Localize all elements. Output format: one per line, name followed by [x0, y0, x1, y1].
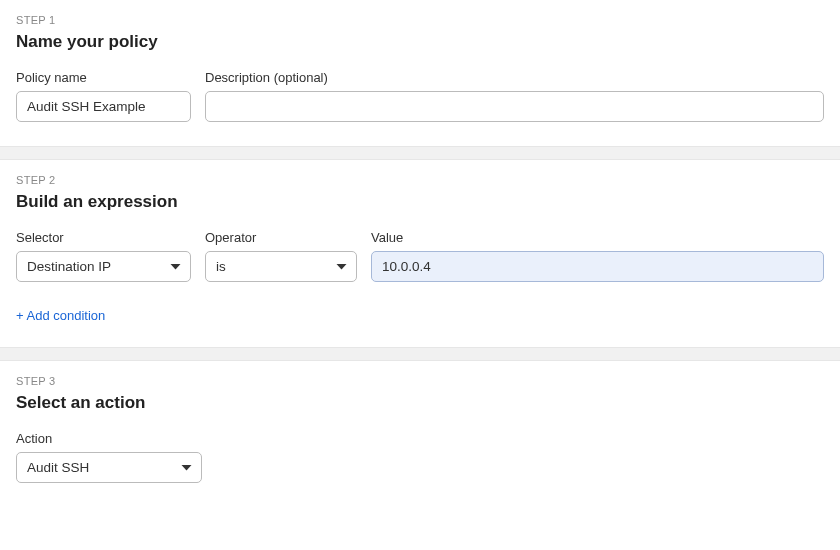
policy-name-field: Policy name: [16, 70, 191, 122]
operator-select[interactable]: is: [205, 251, 357, 282]
selector-select[interactable]: Destination IP: [16, 251, 191, 282]
value-field: Value: [371, 230, 824, 282]
description-label: Description (optional): [205, 70, 824, 85]
step3-title: Select an action: [16, 393, 824, 413]
action-label: Action: [16, 431, 202, 446]
selector-field: Selector Destination IP: [16, 230, 191, 282]
selector-label: Selector: [16, 230, 191, 245]
operator-field: Operator is: [205, 230, 357, 282]
step1-label: STEP 1: [16, 14, 824, 26]
action-field: Action Audit SSH: [16, 431, 202, 483]
step1-title: Name your policy: [16, 32, 824, 52]
step2-label: STEP 2: [16, 174, 824, 186]
section-divider: [0, 146, 840, 160]
step3-section: STEP 3 Select an action Action Audit SSH: [0, 361, 840, 507]
policy-name-label: Policy name: [16, 70, 191, 85]
description-field: Description (optional): [205, 70, 824, 122]
description-input[interactable]: [205, 91, 824, 122]
policy-name-input[interactable]: [16, 91, 191, 122]
value-input[interactable]: [371, 251, 824, 282]
section-divider: [0, 347, 840, 361]
add-condition-link[interactable]: + Add condition: [16, 308, 105, 323]
step3-label: STEP 3: [16, 375, 824, 387]
action-select[interactable]: Audit SSH: [16, 452, 202, 483]
step2-section: STEP 2 Build an expression Selector Dest…: [0, 160, 840, 347]
value-label: Value: [371, 230, 824, 245]
step2-title: Build an expression: [16, 192, 824, 212]
step1-section: STEP 1 Name your policy Policy name Desc…: [0, 0, 840, 146]
operator-label: Operator: [205, 230, 357, 245]
